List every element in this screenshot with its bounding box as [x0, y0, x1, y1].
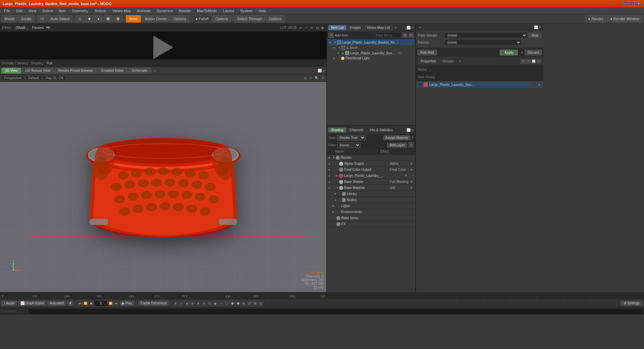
tab-channels[interactable]: Channels — [347, 128, 366, 133]
arrow-material[interactable]: ▼ — [405, 174, 409, 178]
preview-icon-5[interactable]: ▶ — [322, 26, 324, 30]
shader-row-lights[interactable]: ▶ Lights — [327, 203, 415, 209]
f2-button[interactable]: F2 — [38, 15, 47, 22]
shape-btn-5[interactable]: ◉ — [113, 15, 123, 22]
eye-baseshader[interactable]: ● — [328, 180, 332, 184]
menu-select[interactable]: Select — [40, 8, 55, 13]
render-button[interactable]: ● Render — [585, 15, 606, 22]
falloff-button[interactable]: ● Falloff — [192, 15, 211, 22]
far-icon-3[interactable]: ⬜ — [531, 59, 536, 64]
filter-select[interactable]: (none) — [337, 142, 361, 148]
rec-btn-1[interactable]: ⊕ — [173, 300, 178, 306]
rec-btn-6[interactable]: ⊘ — [201, 300, 207, 306]
settings-button[interactable]: ⚙ Settings — [621, 301, 643, 306]
animated-dropdown[interactable]: ▼ — [67, 301, 73, 306]
command-input[interactable] — [28, 308, 643, 314]
mat-icon-2[interactable]: □ — [533, 83, 537, 87]
menu-help[interactable]: Help — [256, 8, 269, 13]
select-through-button[interactable]: Select Through — [234, 15, 265, 22]
shader-tree-select[interactable]: Shader Tree — [337, 135, 366, 141]
tab-uv-texture[interactable]: UV Texture View — [22, 68, 54, 73]
vp-search-icon[interactable]: 🔍 — [315, 76, 319, 80]
tab-images[interactable]: Images — [347, 25, 364, 30]
mat-icon-1[interactable]: ⊙ — [528, 83, 532, 87]
maximize-button[interactable]: □ — [629, 1, 635, 6]
tab-shading[interactable]: Shading — [328, 128, 346, 133]
menu-dynamics[interactable]: Dynamics — [154, 8, 175, 13]
far-icon-1[interactable]: ⊙ — [521, 59, 525, 64]
menu-render[interactable]: Render — [176, 8, 194, 13]
sculpt-button[interactable]: Sculpt — [18, 15, 35, 22]
add-item-button[interactable]: + — [328, 33, 334, 38]
options-btn-3[interactable]: Options — [266, 15, 284, 22]
arrow-baseshader[interactable]: ▼ — [410, 180, 414, 184]
shader-row-render[interactable]: ● ▼ Render — [327, 155, 415, 161]
far-close-icon[interactable]: ✕ — [539, 26, 541, 29]
rec-btn-14[interactable]: ⊟ — [247, 300, 252, 306]
rec-btn-4[interactable]: ⊛ — [190, 300, 195, 306]
play-button[interactable] — [153, 36, 173, 59]
passes-select[interactable]: (none) — [444, 39, 522, 45]
filter-s-btn[interactable]: S — [409, 142, 414, 148]
rec-btn-2[interactable]: ⊙ — [178, 300, 184, 306]
menu-vertex-map[interactable]: Vertex Map — [110, 8, 134, 13]
menu-item[interactable]: Item — [56, 8, 68, 13]
menu-texture[interactable]: Texture — [92, 8, 109, 13]
shape-btn-1[interactable]: △ — [75, 15, 84, 22]
far-icon-2[interactable]: ↺ — [526, 59, 531, 64]
shader-row-material[interactable]: ● ▶ Large_Plastic_Laundry_Bas ... ▼ — [327, 173, 415, 179]
expand-environments[interactable]: ▶ — [332, 210, 336, 213]
eye-nodes[interactable]: ● — [334, 198, 338, 202]
skip-forward-button[interactable]: ⏭ — [113, 300, 119, 306]
menu-geometry[interactable]: Geometry — [69, 8, 91, 13]
eye-icon-scene[interactable]: ● — [329, 41, 333, 44]
shader-row-basematerial[interactable]: ● ▼ Base Material (all) ▼ — [327, 185, 415, 191]
arrow-finalcolor[interactable]: ▼ — [410, 168, 414, 171]
tree-item-mesh-group[interactable]: ● ▼ ↳ Mesh — [328, 45, 415, 50]
auto-add-button[interactable]: Auto Add — [417, 50, 437, 55]
menu-animate[interactable]: Animate — [134, 8, 153, 13]
tab-info-statistics[interactable]: Info & Statistics — [367, 128, 395, 133]
far-icon-4[interactable]: □ — [537, 59, 541, 64]
shape-btn-3[interactable]: ● — [94, 15, 103, 22]
expand-basematerial[interactable]: ▼ — [336, 186, 339, 189]
assign-material-button[interactable]: Assign Material — [383, 135, 411, 140]
menu-edit[interactable]: Edit — [13, 8, 25, 13]
rec-btn-5[interactable]: ⊗ — [196, 300, 201, 306]
tab-3d-view[interactable]: 3D View — [1, 68, 21, 73]
rec-btn-9[interactable]: ◊ — [218, 300, 224, 306]
mat-row-basket[interactable]: Large_Plastic_Laundry_Bas... ⊙ □ ▣ — [417, 82, 543, 88]
expand-material[interactable]: ▶ — [336, 174, 339, 177]
model-button[interactable]: Model — [1, 15, 17, 22]
arrow-basematerial[interactable]: ▼ — [410, 186, 414, 190]
arrow-alpha[interactable]: ▼ — [410, 162, 414, 165]
filter-s-button[interactable]: S — [402, 33, 408, 38]
stop-button[interactable]: ⏹ — [88, 300, 94, 306]
shader-row-nodes[interactable]: ● Nodes — [327, 197, 415, 203]
shader-row-baseshader[interactable]: ● Base Shader Full Shading ▼ — [327, 179, 415, 185]
3d-viewport[interactable]: X Y Z No Items Channels: 0 Deformers: ON… — [0, 82, 326, 292]
new-button[interactable]: New — [529, 33, 541, 38]
filter-f-button[interactable]: F — [409, 33, 414, 38]
shader-row-finalcolor[interactable]: ● Final Color Output Final Color ▼ — [327, 167, 415, 173]
eye-alpha[interactable]: ● — [328, 162, 332, 165]
style-label[interactable]: Default — [26, 76, 41, 80]
shader-row-fx[interactable]: FX — [327, 221, 415, 227]
tab-add[interactable]: + — [152, 68, 158, 73]
tab-render-preset[interactable]: Render Preset Browser — [55, 68, 97, 73]
filter-items-input[interactable] — [374, 33, 401, 38]
audio-button[interactable]: ♪ Audio — [1, 301, 17, 306]
groups-add-button[interactable]: + — [458, 59, 462, 64]
rec-btn-16[interactable]: ⊡ — [258, 300, 264, 306]
vp-refresh-icon[interactable]: ↺ — [309, 76, 312, 80]
menu-maxtomodo[interactable]: MaxToModo — [194, 8, 220, 13]
graph-editor-button[interactable]: 📈 Graph Editor — [18, 301, 47, 306]
shading-expand-icon[interactable]: ⬜ — [407, 128, 411, 132]
render-window-button[interactable]: ● Render Window — [607, 15, 643, 22]
eye-icon-mesh[interactable]: ● — [337, 51, 341, 55]
groups-tab[interactable]: Groups — [440, 59, 457, 64]
shader-row-library[interactable]: ● Library — [327, 191, 415, 197]
shader-row-alpha[interactable]: ● Alpha Output Alpha ▼ — [327, 161, 415, 167]
tab-schematic[interactable]: Schematic — [128, 68, 151, 73]
tab-gradient-editor[interactable]: Gradient Editor — [98, 68, 127, 73]
